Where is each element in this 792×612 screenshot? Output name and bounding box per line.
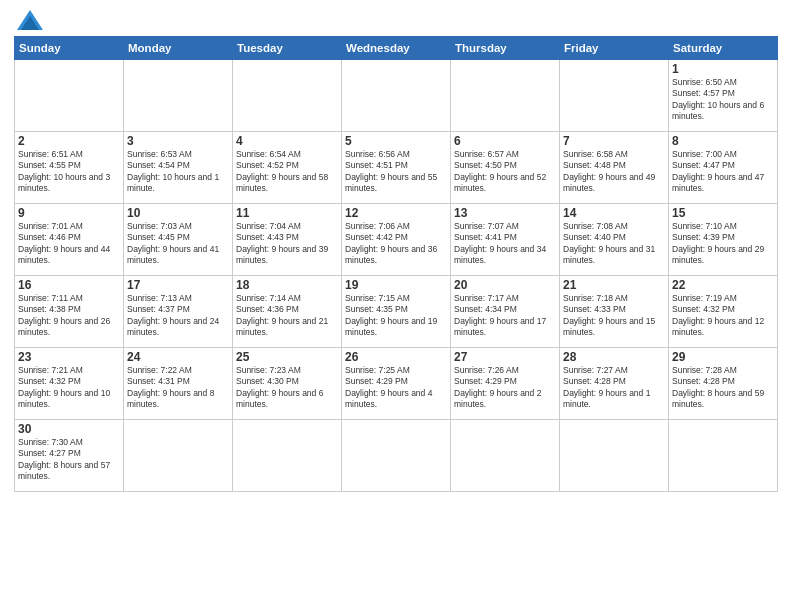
day-info: Sunrise: 7:06 AMSunset: 4:42 PMDaylight:… <box>345 221 447 267</box>
calendar-cell <box>451 60 560 132</box>
calendar-cell: 20Sunrise: 7:17 AMSunset: 4:34 PMDayligh… <box>451 276 560 348</box>
day-info: Sunrise: 7:27 AMSunset: 4:28 PMDaylight:… <box>563 365 665 411</box>
weekday-header: Thursday <box>451 37 560 60</box>
calendar-week-row: 16Sunrise: 7:11 AMSunset: 4:38 PMDayligh… <box>15 276 778 348</box>
day-info: Sunrise: 7:18 AMSunset: 4:33 PMDaylight:… <box>563 293 665 339</box>
calendar-cell: 2Sunrise: 6:51 AMSunset: 4:55 PMDaylight… <box>15 132 124 204</box>
day-info: Sunrise: 7:25 AMSunset: 4:29 PMDaylight:… <box>345 365 447 411</box>
calendar-cell <box>124 60 233 132</box>
calendar-week-row: 23Sunrise: 7:21 AMSunset: 4:32 PMDayligh… <box>15 348 778 420</box>
day-number: 27 <box>454 350 556 364</box>
day-number: 20 <box>454 278 556 292</box>
day-number: 8 <box>672 134 774 148</box>
day-number: 13 <box>454 206 556 220</box>
day-info: Sunrise: 7:22 AMSunset: 4:31 PMDaylight:… <box>127 365 229 411</box>
day-info: Sunrise: 7:21 AMSunset: 4:32 PMDaylight:… <box>18 365 120 411</box>
day-info: Sunrise: 7:07 AMSunset: 4:41 PMDaylight:… <box>454 221 556 267</box>
calendar-cell: 23Sunrise: 7:21 AMSunset: 4:32 PMDayligh… <box>15 348 124 420</box>
day-info: Sunrise: 7:00 AMSunset: 4:47 PMDaylight:… <box>672 149 774 195</box>
calendar-cell: 22Sunrise: 7:19 AMSunset: 4:32 PMDayligh… <box>669 276 778 348</box>
day-number: 19 <box>345 278 447 292</box>
day-info: Sunrise: 6:51 AMSunset: 4:55 PMDaylight:… <box>18 149 120 195</box>
day-number: 16 <box>18 278 120 292</box>
day-info: Sunrise: 7:14 AMSunset: 4:36 PMDaylight:… <box>236 293 338 339</box>
calendar-week-row: 9Sunrise: 7:01 AMSunset: 4:46 PMDaylight… <box>15 204 778 276</box>
day-info: Sunrise: 7:28 AMSunset: 4:28 PMDaylight:… <box>672 365 774 411</box>
day-number: 18 <box>236 278 338 292</box>
day-info: Sunrise: 7:08 AMSunset: 4:40 PMDaylight:… <box>563 221 665 267</box>
weekday-header: Friday <box>560 37 669 60</box>
day-number: 11 <box>236 206 338 220</box>
day-info: Sunrise: 7:04 AMSunset: 4:43 PMDaylight:… <box>236 221 338 267</box>
day-info: Sunrise: 6:57 AMSunset: 4:50 PMDaylight:… <box>454 149 556 195</box>
calendar-cell: 3Sunrise: 6:53 AMSunset: 4:54 PMDaylight… <box>124 132 233 204</box>
weekday-header: Tuesday <box>233 37 342 60</box>
calendar-cell: 21Sunrise: 7:18 AMSunset: 4:33 PMDayligh… <box>560 276 669 348</box>
day-number: 22 <box>672 278 774 292</box>
day-info: Sunrise: 7:03 AMSunset: 4:45 PMDaylight:… <box>127 221 229 267</box>
day-number: 3 <box>127 134 229 148</box>
calendar-cell: 28Sunrise: 7:27 AMSunset: 4:28 PMDayligh… <box>560 348 669 420</box>
day-number: 10 <box>127 206 229 220</box>
calendar-header-row: SundayMondayTuesdayWednesdayThursdayFrid… <box>15 37 778 60</box>
calendar-cell: 14Sunrise: 7:08 AMSunset: 4:40 PMDayligh… <box>560 204 669 276</box>
day-info: Sunrise: 7:11 AMSunset: 4:38 PMDaylight:… <box>18 293 120 339</box>
day-number: 6 <box>454 134 556 148</box>
day-info: Sunrise: 7:17 AMSunset: 4:34 PMDaylight:… <box>454 293 556 339</box>
day-info: Sunrise: 7:15 AMSunset: 4:35 PMDaylight:… <box>345 293 447 339</box>
weekday-header: Monday <box>124 37 233 60</box>
calendar-table: SundayMondayTuesdayWednesdayThursdayFrid… <box>14 36 778 492</box>
calendar-cell: 25Sunrise: 7:23 AMSunset: 4:30 PMDayligh… <box>233 348 342 420</box>
day-info: Sunrise: 6:50 AMSunset: 4:57 PMDaylight:… <box>672 77 774 123</box>
calendar-cell <box>233 420 342 492</box>
logo <box>14 10 45 30</box>
calendar-cell: 27Sunrise: 7:26 AMSunset: 4:29 PMDayligh… <box>451 348 560 420</box>
day-info: Sunrise: 6:53 AMSunset: 4:54 PMDaylight:… <box>127 149 229 195</box>
day-number: 2 <box>18 134 120 148</box>
day-number: 26 <box>345 350 447 364</box>
calendar-cell: 29Sunrise: 7:28 AMSunset: 4:28 PMDayligh… <box>669 348 778 420</box>
calendar-cell <box>669 420 778 492</box>
calendar-cell <box>451 420 560 492</box>
calendar-cell: 15Sunrise: 7:10 AMSunset: 4:39 PMDayligh… <box>669 204 778 276</box>
logo-wordmark <box>14 10 45 30</box>
calendar-cell: 6Sunrise: 6:57 AMSunset: 4:50 PMDaylight… <box>451 132 560 204</box>
day-number: 30 <box>18 422 120 436</box>
calendar-cell <box>124 420 233 492</box>
day-number: 15 <box>672 206 774 220</box>
weekday-header: Saturday <box>669 37 778 60</box>
day-number: 21 <box>563 278 665 292</box>
calendar-cell: 19Sunrise: 7:15 AMSunset: 4:35 PMDayligh… <box>342 276 451 348</box>
day-number: 24 <box>127 350 229 364</box>
day-number: 5 <box>345 134 447 148</box>
day-info: Sunrise: 7:23 AMSunset: 4:30 PMDaylight:… <box>236 365 338 411</box>
day-info: Sunrise: 7:13 AMSunset: 4:37 PMDaylight:… <box>127 293 229 339</box>
calendar-cell: 13Sunrise: 7:07 AMSunset: 4:41 PMDayligh… <box>451 204 560 276</box>
calendar-cell <box>560 60 669 132</box>
calendar-cell: 5Sunrise: 6:56 AMSunset: 4:51 PMDaylight… <box>342 132 451 204</box>
calendar-cell: 16Sunrise: 7:11 AMSunset: 4:38 PMDayligh… <box>15 276 124 348</box>
day-number: 1 <box>672 62 774 76</box>
calendar-cell <box>342 60 451 132</box>
weekday-header: Wednesday <box>342 37 451 60</box>
calendar-cell <box>15 60 124 132</box>
calendar-cell: 24Sunrise: 7:22 AMSunset: 4:31 PMDayligh… <box>124 348 233 420</box>
day-number: 9 <box>18 206 120 220</box>
day-number: 4 <box>236 134 338 148</box>
weekday-header: Sunday <box>15 37 124 60</box>
day-info: Sunrise: 6:58 AMSunset: 4:48 PMDaylight:… <box>563 149 665 195</box>
calendar-week-row: 2Sunrise: 6:51 AMSunset: 4:55 PMDaylight… <box>15 132 778 204</box>
day-info: Sunrise: 6:54 AMSunset: 4:52 PMDaylight:… <box>236 149 338 195</box>
calendar-cell: 12Sunrise: 7:06 AMSunset: 4:42 PMDayligh… <box>342 204 451 276</box>
day-info: Sunrise: 7:19 AMSunset: 4:32 PMDaylight:… <box>672 293 774 339</box>
day-number: 14 <box>563 206 665 220</box>
calendar-cell <box>342 420 451 492</box>
day-info: Sunrise: 7:10 AMSunset: 4:39 PMDaylight:… <box>672 221 774 267</box>
calendar-cell: 10Sunrise: 7:03 AMSunset: 4:45 PMDayligh… <box>124 204 233 276</box>
calendar-cell <box>233 60 342 132</box>
calendar-cell: 8Sunrise: 7:00 AMSunset: 4:47 PMDaylight… <box>669 132 778 204</box>
day-number: 25 <box>236 350 338 364</box>
calendar-cell <box>560 420 669 492</box>
calendar-cell: 17Sunrise: 7:13 AMSunset: 4:37 PMDayligh… <box>124 276 233 348</box>
day-number: 12 <box>345 206 447 220</box>
